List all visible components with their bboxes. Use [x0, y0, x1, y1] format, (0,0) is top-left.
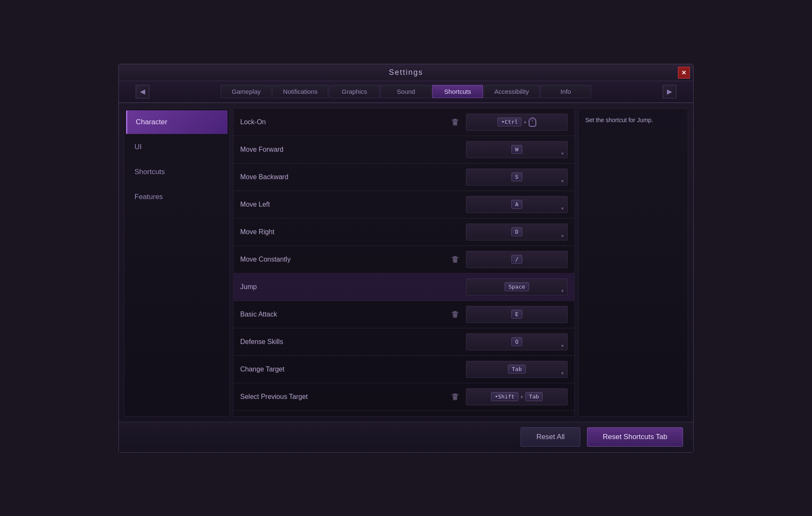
info-text: Set the shortcut for Jump. [585, 117, 653, 123]
setting-row-jump: Jump Space▼ [233, 273, 574, 301]
svg-rect-0 [453, 119, 457, 120]
delete-icon-basic-attack[interactable] [449, 309, 461, 320]
setting-name-basic-attack: Basic Attack [240, 311, 444, 318]
setting-name-move-right: Move Right [240, 228, 444, 236]
svg-rect-15 [453, 393, 457, 394]
key-badge: Space [505, 282, 529, 291]
key-badge: •Shift [491, 392, 518, 401]
setting-row-change-target: Change Target Tab▼ [233, 356, 574, 383]
sidebar: CharacterUIShortcutsFeatures [124, 108, 230, 417]
dropdown-arrow-defense-skills: ▼ [560, 344, 565, 348]
setting-name-jump: Jump [240, 283, 444, 291]
tab-gameplay[interactable]: Gameplay [221, 85, 272, 98]
setting-row-basic-attack: Basic Attack E [233, 301, 574, 328]
setting-row-move-left: Move Left A▼ [233, 191, 574, 218]
key-binding-move-left[interactable]: A▼ [466, 196, 568, 213]
key-badge: •Ctrl [497, 117, 521, 126]
key-badge: Tab [525, 392, 543, 401]
dropdown-arrow-move-left: ▼ [560, 206, 565, 211]
info-panel: Set the shortcut for Jump. [578, 108, 688, 417]
key-badge: S [511, 172, 522, 181]
delete-icon-move-constantly[interactable] [449, 254, 461, 265]
svg-rect-16 [452, 394, 458, 395]
setting-row-select-previous-target: Select Previous Target •Shift+Tab [233, 383, 574, 411]
setting-row-move-forward: Move Forward W▼ [233, 136, 574, 164]
key-binding-basic-attack[interactable]: E [466, 306, 568, 323]
setting-row-move-right: Move Right D▼ [233, 218, 574, 246]
dropdown-arrow-move-right: ▼ [560, 234, 565, 238]
key-binding-lock-on[interactable]: •Ctrl+ [466, 114, 568, 131]
tab-shortcuts[interactable]: Shortcuts [432, 85, 483, 98]
setting-name-defense-skills: Defense Skills [240, 338, 444, 346]
key-badge: E [511, 310, 522, 319]
delete-icon-lock-on[interactable] [449, 116, 461, 128]
tab-bar: ◀ GameplayNotificationsGraphicsSoundShor… [119, 81, 693, 103]
reset-shortcuts-tab-button[interactable]: Reset Shortcuts Tab [587, 427, 683, 447]
key-binding-jump[interactable]: Space▼ [466, 278, 568, 295]
close-button[interactable]: ✕ [678, 67, 690, 79]
setting-name-move-constantly: Move Constantly [240, 256, 444, 263]
reset-all-button[interactable]: Reset All [521, 427, 580, 447]
svg-rect-5 [453, 256, 457, 257]
window-title: Settings [389, 68, 423, 77]
setting-row-move-constantly: Move Constantly / [233, 246, 574, 273]
tabs-container: GameplayNotificationsGraphicsSoundShortc… [149, 85, 663, 98]
svg-rect-6 [452, 257, 458, 258]
mouse-icon [529, 117, 536, 127]
title-bar: Settings ✕ [119, 64, 693, 81]
key-binding-select-previous-target[interactable]: •Shift+Tab [466, 388, 568, 405]
key-binding-move-right[interactable]: D▼ [466, 224, 568, 240]
dropdown-arrow-move-backward: ▼ [560, 179, 565, 183]
key-badge: Tab [508, 365, 525, 374]
key-badge: W [511, 145, 522, 154]
key-binding-move-forward[interactable]: W▼ [466, 141, 568, 158]
tab-notifications[interactable]: Notifications [272, 85, 328, 98]
svg-rect-1 [452, 120, 458, 120]
sidebar-item-character[interactable]: Character [126, 110, 228, 134]
key-binding-defense-skills[interactable]: Q▼ [466, 333, 568, 350]
key-badge: D [511, 227, 522, 236]
setting-row-move-backward: Move Backward S▼ [233, 164, 574, 191]
bottom-bar: Reset All Reset Shortcuts Tab [119, 422, 693, 452]
tab-sound[interactable]: Sound [381, 85, 431, 98]
key-badge: Q [511, 337, 522, 346]
dropdown-arrow-change-target: ▼ [560, 371, 565, 376]
dropdown-arrow-move-forward: ▼ [560, 151, 565, 156]
setting-name-move-left: Move Left [240, 201, 444, 208]
key-badge: A [511, 200, 522, 209]
setting-name-lock-on: Lock-On [240, 118, 444, 126]
key-binding-move-constantly[interactable]: / [466, 251, 568, 268]
setting-name-change-target: Change Target [240, 366, 444, 373]
settings-area: Lock-On •Ctrl+Move Forward W▼Move Backwa… [233, 108, 688, 417]
tab-graphics[interactable]: Graphics [329, 85, 380, 98]
setting-name-move-backward: Move Backward [240, 173, 444, 181]
key-binding-change-target[interactable]: Tab▼ [466, 361, 568, 378]
tab-arrow-right[interactable]: ▶ [663, 85, 676, 98]
tab-info[interactable]: Info [540, 85, 591, 98]
setting-name-move-forward: Move Forward [240, 146, 444, 153]
setting-name-select-previous-target: Select Previous Target [240, 393, 444, 401]
settings-list: Lock-On •Ctrl+Move Forward W▼Move Backwa… [233, 108, 575, 417]
dropdown-arrow-jump: ▼ [560, 289, 565, 293]
key-badge: / [511, 255, 522, 264]
settings-window: Settings ✕ ◀ GameplayNotificationsGraphi… [118, 64, 694, 453]
svg-rect-11 [452, 312, 458, 313]
delete-icon-select-previous-target[interactable] [449, 391, 461, 403]
tab-accessibility[interactable]: Accessibility [484, 85, 540, 98]
setting-row-defense-skills: Defense Skills Q▼ [233, 328, 574, 356]
sidebar-item-ui[interactable]: UI [126, 135, 228, 159]
sidebar-item-features[interactable]: Features [126, 185, 228, 209]
setting-row-lock-on: Lock-On •Ctrl+ [233, 109, 574, 136]
svg-rect-10 [453, 311, 457, 312]
main-content: CharacterUIShortcutsFeatures Lock-On •Ct… [119, 103, 693, 422]
tab-arrow-left[interactable]: ◀ [136, 85, 149, 98]
sidebar-item-shortcuts[interactable]: Shortcuts [126, 160, 228, 184]
key-binding-move-backward[interactable]: S▼ [466, 169, 568, 186]
